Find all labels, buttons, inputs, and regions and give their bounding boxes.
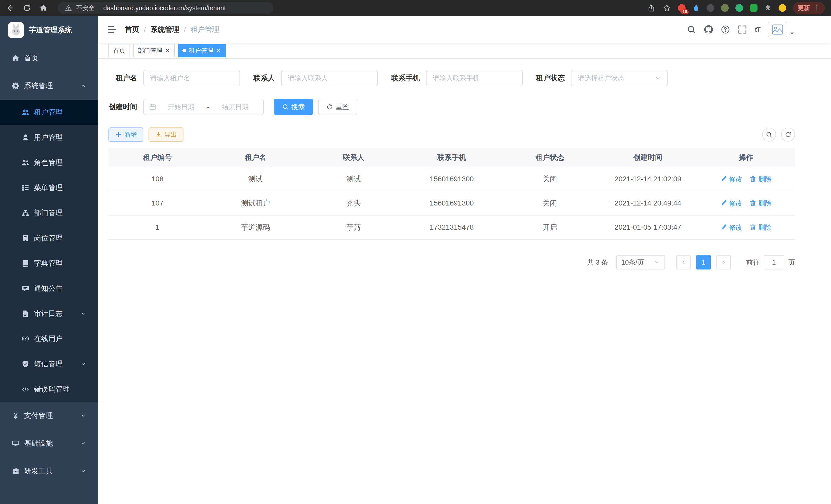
extension-icon-3[interactable]: [707, 4, 714, 12]
delete-button[interactable]: 删除: [749, 199, 772, 208]
browser-home-icon[interactable]: [39, 4, 48, 12]
home-icon: [12, 54, 20, 62]
extension-icon-2[interactable]: [692, 4, 700, 12]
bookmark-star-icon[interactable]: [662, 4, 671, 12]
github-icon[interactable]: [704, 25, 713, 34]
extension-icon-6[interactable]: [750, 4, 757, 12]
breadcrumb-home[interactable]: 首页: [125, 25, 139, 34]
tenant-table: 租户编号 租户名 联系人 联系手机 租户状态 创建时间 操作 108 测试: [109, 148, 795, 240]
trash-icon: [749, 200, 756, 207]
sidebar-item-menu-management[interactable]: 菜单管理: [0, 175, 98, 200]
tenant-status-select[interactable]: 请选择租户状态: [571, 70, 667, 86]
reload-icon[interactable]: [23, 4, 31, 12]
sidebar-item-label: 研发工具: [24, 466, 53, 476]
calendar-icon: [149, 103, 156, 111]
edit-button[interactable]: 修改: [720, 199, 742, 208]
menu-dots-icon[interactable]: [813, 5, 820, 11]
search-button-label: 搜索: [291, 102, 305, 112]
broken-image-icon: [771, 24, 784, 35]
sidebar-item-post-management[interactable]: 岗位管理: [0, 226, 98, 251]
chevron-right-icon: [720, 259, 727, 265]
contact-person-input[interactable]: [281, 70, 378, 86]
edit-label: 修改: [729, 223, 742, 232]
edit-button[interactable]: 修改: [720, 175, 742, 184]
users-icon: [22, 159, 29, 167]
page-unit-label: 页: [789, 258, 795, 267]
sidebar-item-error-code[interactable]: 错误码管理: [0, 377, 98, 402]
sidebar-item-payment[interactable]: 支付管理: [0, 402, 98, 429]
warning-icon: [65, 4, 72, 11]
date-range-picker[interactable]: 开始日期 - 结束日期: [143, 99, 264, 115]
close-icon[interactable]: [165, 48, 170, 53]
export-button[interactable]: 导出: [148, 127, 183, 142]
reset-button[interactable]: 重置: [318, 99, 357, 115]
sidebar-item-user-management[interactable]: 用户管理: [0, 125, 98, 150]
extension-icon-1[interactable]: 10: [678, 4, 686, 12]
next-page-button[interactable]: [716, 255, 731, 269]
cell-created: 2021-12-14 21:02:09: [599, 167, 697, 191]
extensions-puzzle-icon[interactable]: [764, 4, 772, 12]
share-icon[interactable]: [647, 4, 656, 12]
tab-dept-management[interactable]: 部门管理: [133, 44, 175, 57]
toggle-search-button[interactable]: [762, 128, 776, 142]
cell-tenant-id: 107: [109, 191, 207, 215]
badge-icon: [22, 234, 29, 242]
page-size-select[interactable]: 10条/页: [616, 255, 665, 269]
extension-icon-4[interactable]: [721, 4, 729, 12]
font-size-icon[interactable]: tT: [755, 26, 760, 34]
search-icon[interactable]: [687, 25, 696, 34]
goto-page-input[interactable]: [764, 255, 784, 269]
sidebar-item-infrastructure[interactable]: 基础设施: [0, 429, 98, 457]
chevron-down-icon: [80, 468, 86, 474]
page-button-1[interactable]: 1: [696, 255, 711, 269]
help-icon[interactable]: [721, 25, 730, 34]
tenant-name-input[interactable]: [143, 70, 240, 86]
contact-mobile-input[interactable]: [426, 70, 523, 86]
user-avatar[interactable]: [768, 22, 795, 37]
delete-button[interactable]: 删除: [749, 223, 772, 232]
hamburger-icon[interactable]: [107, 24, 117, 35]
sidebar-item-system-management[interactable]: 系统管理: [0, 72, 98, 100]
sidebar-item-tenant-management[interactable]: 租户管理: [0, 100, 98, 125]
logo-image: [8, 22, 24, 38]
trash-icon: [749, 224, 756, 231]
back-icon[interactable]: [6, 4, 15, 12]
sidebar-item-label: 错误码管理: [34, 384, 70, 394]
sidebar-item-dict-management[interactable]: 字典管理: [0, 251, 98, 276]
sidebar-item-sms-management[interactable]: 短信管理: [0, 351, 98, 377]
breadcrumb-system[interactable]: 系统管理: [150, 25, 179, 34]
sidebar-item-label: 租户管理: [34, 108, 63, 117]
search-icon: [766, 131, 772, 138]
table-toolbar: 新增 导出: [109, 127, 795, 142]
app-logo[interactable]: 芋道管理系统: [0, 16, 98, 44]
cell-status: 关闭: [501, 167, 599, 191]
tab-home[interactable]: 首页: [109, 44, 130, 57]
address-bar[interactable]: 不安全 dashboard.yudao.iocoder.cn/system/te…: [58, 2, 274, 14]
prev-page-button[interactable]: [676, 255, 691, 269]
security-label: 不安全: [76, 4, 94, 12]
sidebar-item-online-users[interactable]: 在线用户: [0, 326, 98, 351]
add-button[interactable]: 新增: [109, 127, 143, 142]
fullscreen-icon[interactable]: [738, 25, 747, 34]
extension-icon-5[interactable]: [736, 4, 743, 12]
refresh-table-button[interactable]: [781, 128, 795, 142]
search-button[interactable]: 搜索: [274, 99, 313, 115]
sidebar-item-home[interactable]: 首页: [0, 44, 98, 72]
sidebar-item-role-management[interactable]: 角色管理: [0, 150, 98, 175]
url-text: dashboard.yudao.iocoder.cn/system/tenant: [103, 4, 226, 12]
yen-icon: [12, 412, 20, 419]
delete-button[interactable]: 删除: [749, 175, 772, 184]
sidebar-item-dev-tools[interactable]: 研发工具: [0, 457, 98, 485]
sidebar-item-audit-log[interactable]: 审计日志: [0, 301, 98, 326]
close-icon[interactable]: [216, 48, 221, 53]
sidebar-item-dept-management[interactable]: 部门管理: [0, 200, 98, 226]
tab-tenant-management[interactable]: 租户管理: [178, 44, 226, 57]
add-button-label: 新增: [124, 130, 137, 139]
extension-icon-8[interactable]: [779, 4, 786, 12]
edit-button[interactable]: 修改: [720, 223, 742, 232]
org-tree-icon: [22, 209, 29, 217]
cell-phone: 17321315478: [403, 215, 501, 239]
update-button[interactable]: 更新: [793, 2, 825, 14]
extension-badge: 10: [681, 9, 689, 14]
sidebar-item-notice[interactable]: 通知公告: [0, 276, 98, 301]
